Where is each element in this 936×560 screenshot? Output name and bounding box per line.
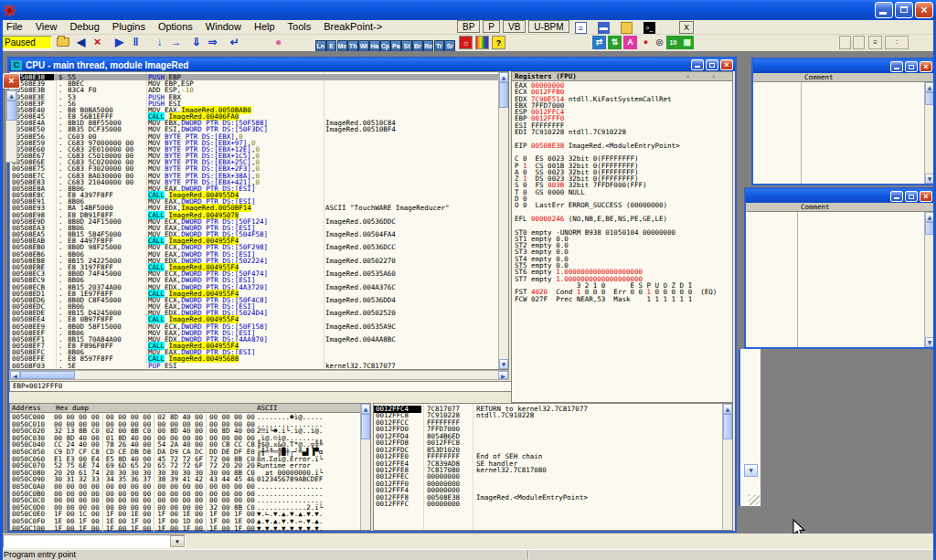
step-over-icon[interactable]: → <box>168 35 184 50</box>
collapse-icon[interactable]: ‹ <box>711 72 716 81</box>
pause-icon[interactable]: ‖ <box>128 35 144 50</box>
binary-icon[interactable]: 10 <box>666 36 680 49</box>
breakpoint-dot-icon[interactable]: ● <box>639 36 653 49</box>
console-icon[interactable]: >_ <box>644 22 655 34</box>
minimize-button[interactable] <box>890 191 903 202</box>
blank-button-1[interactable] <box>839 36 851 49</box>
stack-vertical-scrollbar[interactable]: ▲ <box>722 404 732 530</box>
scroll-up-icon[interactable]: ▲ <box>723 404 732 414</box>
side-window-top[interactable]: × Comment ▲ ▼ <box>751 58 936 185</box>
updown-icon[interactable]: ⇅ <box>608 36 622 49</box>
disasm-row[interactable]: 00508E3B.83C4 F0ADD ESP,-10 <box>10 87 498 93</box>
run-icon[interactable]: ▶ <box>112 35 127 50</box>
disasm-row[interactable]: 00508E3E.53PUSH EBX <box>10 94 498 100</box>
execute-till-return-icon[interactable]: ↵ <box>227 35 242 50</box>
folder-icon[interactable] <box>621 22 633 34</box>
window-titlebar[interactable]: × <box>0 0 936 20</box>
dump-row[interactable]: 0050C1001F 00 1F 001F 00 1F 001F 00 1F 0… <box>10 525 360 533</box>
hex-dump-pane[interactable]: Address Hex dump ASCII 0050C00000 00 00 … <box>9 403 371 531</box>
plugin-button-bp[interactable]: BP <box>457 20 480 33</box>
scroll-thumb[interactable] <box>499 82 508 108</box>
restart-icon[interactable]: ◀ <box>73 35 89 50</box>
plugin-button-u-bpm[interactable]: U-BPM <box>528 20 569 33</box>
restore-button[interactable] <box>895 2 913 18</box>
options-gear-icon[interactable]: ☼ <box>459 36 473 49</box>
scroll-right-icon[interactable]: ▶ <box>498 371 508 379</box>
scroll-thumb[interactable] <box>20 371 75 379</box>
animate-over-icon[interactable]: ⇒ <box>205 35 220 50</box>
menu-help[interactable]: Help <box>248 20 282 33</box>
disassembly-horizontal-scrollbar[interactable]: ◀ ▶ <box>9 370 509 380</box>
close-button[interactable]: × <box>920 191 932 202</box>
cpu-close-button[interactable]: × <box>720 59 733 70</box>
swap-arrows-icon[interactable]: ⇄ <box>592 36 606 49</box>
plugin-button-p[interactable]: P <box>483 20 500 33</box>
window-frame-icon[interactable]: ▦ <box>680 36 694 49</box>
dump-vertical-scrollbar[interactable]: ▲ <box>360 404 370 530</box>
menu-window[interactable]: Window <box>199 20 248 33</box>
scroll-thumb[interactable] <box>723 414 732 439</box>
disassembly-pane[interactable]: 00508E38$55PUSH EBP00508E39.8BECMOV EBP,… <box>9 71 509 370</box>
scroll-thumb[interactable] <box>6 100 16 121</box>
scroll-down-icon[interactable]: ▼ <box>744 464 758 477</box>
scroll-thumb[interactable] <box>361 414 370 439</box>
maximize-button[interactable] <box>905 61 918 72</box>
scroll-up-icon[interactable]: ▲ <box>499 72 508 82</box>
side-window-titlebar[interactable]: × <box>746 189 934 203</box>
scroll-up-icon[interactable]: ▲ <box>361 404 370 414</box>
font-icon[interactable]: A <box>623 36 637 49</box>
disasm-row[interactable]: 00508EFE.E8 8597F8FFCALL ImageRed.004956… <box>10 355 498 362</box>
animate-into-icon[interactable]: ⇓ <box>188 35 204 50</box>
close-program-icon[interactable]: × <box>90 35 105 50</box>
menu-debug[interactable]: Debug <box>63 20 105 33</box>
book-icon[interactable]: ▬ <box>598 22 610 34</box>
register-line[interactable]: T 0 GS 0000 NULL <box>512 189 732 195</box>
notepad-icon[interactable]: ≡ <box>575 22 587 34</box>
disasm-row[interactable]: 00508F03.5EPOP ESIkernel32.7C817077 <box>10 363 498 369</box>
register-line[interactable]: EFL 00000246 (NO,NB,E,BE,NS,PE,GE,LE) <box>512 216 732 222</box>
registers-pane[interactable]: Registers (FPU) ‹ ‹ EAX 00000000ECX 0012… <box>511 71 733 403</box>
menu-plugins[interactable]: Plugins <box>106 20 152 33</box>
breakpoint-list-button[interactable]: ∶ <box>885 36 909 49</box>
command-input[interactable] <box>4 535 170 547</box>
menu-file[interactable]: File <box>0 20 29 33</box>
menu-view[interactable]: View <box>29 20 64 33</box>
plugin-close-button[interactable]: X <box>679 21 694 34</box>
hidden-window-close-button[interactable]: × <box>3 73 20 89</box>
register-line[interactable]: EDI 7C910228 ntdll.7C910228 <box>512 129 732 135</box>
scroll-down-icon[interactable]: ▼ <box>499 359 508 369</box>
close-button[interactable]: × <box>915 2 933 18</box>
maximize-button[interactable] <box>905 191 918 202</box>
menu-options[interactable]: Options <box>152 20 199 33</box>
command-combobox[interactable]: ▼ <box>3 534 186 548</box>
disassembly-vertical-scrollbar[interactable]: ▲ ▼ <box>498 72 508 369</box>
cpu-maximize-button[interactable] <box>706 59 718 70</box>
spiral-icon[interactable]: ◎ <box>653 36 666 49</box>
stack-pane[interactable]: 0012FFC47C817077RETURN to kernel32.7C817… <box>373 403 733 531</box>
cpu-window[interactable]: C CPU - main thread, module ImageRed × 0… <box>7 57 737 533</box>
register-line[interactable]: FCW 027F Prec NEAR,53 Mask 1 1 1 1 1 1 <box>512 296 732 302</box>
menu-tools[interactable]: Tools <box>282 20 318 33</box>
register-line[interactable]: EIP 00508E38 ImageRed.<ModuleEntryPoint> <box>512 143 732 149</box>
appearance-icon[interactable] <box>475 36 489 49</box>
hidden-window-scrollbar[interactable]: ▲ <box>5 90 17 163</box>
scroll-up-icon[interactable]: ▲ <box>6 90 16 100</box>
stack-row[interactable]: 0012FFFC00000000 <box>374 501 722 507</box>
side-window-titlebar[interactable]: × <box>753 59 934 73</box>
dropdown-arrow-icon[interactable]: ▼ <box>170 535 185 547</box>
plugin-button-vb[interactable]: VB <box>503 20 526 33</box>
list-button[interactable]: ≡ <box>868 36 882 49</box>
minimize-button[interactable] <box>890 61 903 72</box>
scroll-left-icon[interactable]: ◀ <box>10 371 20 379</box>
help-icon[interactable]: ? <box>492 36 505 49</box>
collapse-icon[interactable]: ‹ <box>686 72 690 81</box>
step-into-icon[interactable]: ↓ <box>152 35 167 50</box>
side-window-bottom[interactable]: × Comment ▲ ▼ <box>744 187 936 349</box>
resize-grip[interactable] <box>749 494 760 505</box>
cpu-minimize-button[interactable] <box>691 59 704 70</box>
minimize-button[interactable] <box>875 2 893 18</box>
open-file-icon[interactable] <box>57 37 69 47</box>
record-icon[interactable]: ● <box>271 35 286 50</box>
cpu-titlebar[interactable]: C CPU - main thread, module ImageRed × <box>9 58 735 71</box>
register-line[interactable]: O 0 LastErr ERROR_SUCCESS (00000000) <box>512 202 732 208</box>
